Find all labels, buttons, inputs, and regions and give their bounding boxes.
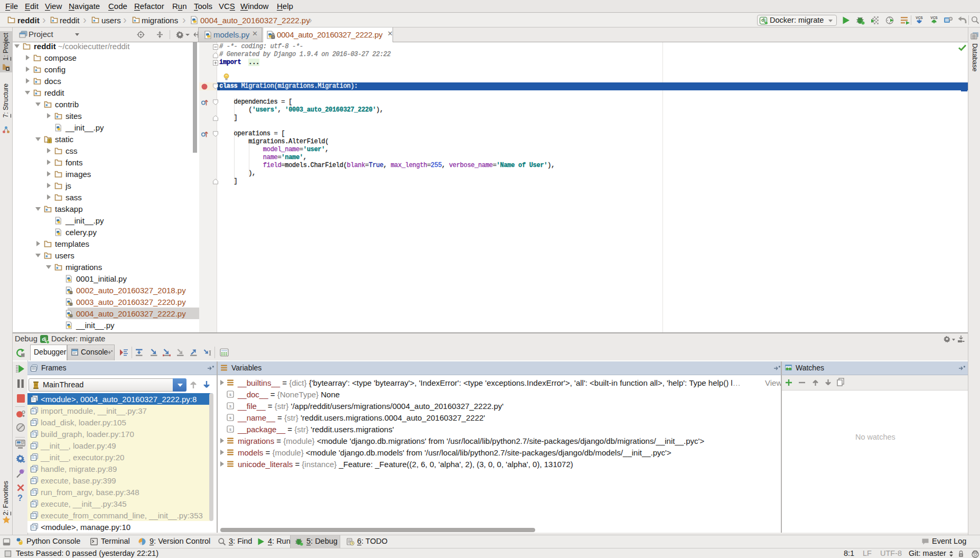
svg-text:s: s [229, 392, 231, 397]
svg-text:s: s [229, 404, 231, 408]
svg-text:VCS: VCS [916, 16, 923, 20]
svg-text:s: s [229, 415, 231, 420]
svg-text:VCS: VCS [930, 16, 938, 20]
svg-text:s: s [229, 427, 231, 432]
